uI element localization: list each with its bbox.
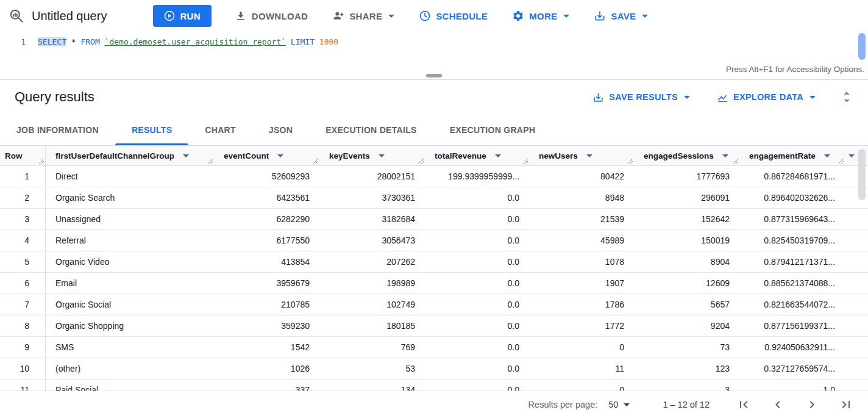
table-cell: 413854 — [214, 251, 319, 272]
column-resize-handle[interactable] — [207, 158, 213, 164]
share-button[interactable]: SHARE — [332, 5, 394, 27]
row-number-cell: 7 — [0, 294, 46, 315]
column-label: Row — [5, 151, 23, 160]
table-cell: 0.867284681971... — [739, 166, 845, 187]
first-page-button[interactable] — [736, 397, 751, 412]
query-magnifier-icon — [9, 8, 24, 24]
results-per-page-label: Results per page: — [528, 400, 598, 409]
column-label: newUsers — [539, 151, 578, 160]
table-cell: 0.924050632911... — [739, 337, 845, 358]
table-cell: 3730361 — [319, 187, 425, 208]
expand-results-button[interactable] — [840, 90, 853, 104]
column-header-partial[interactable] — [845, 146, 859, 165]
table-cell: 12609 — [634, 273, 739, 294]
arrow-drop-down-icon — [824, 154, 830, 157]
column-label: totalRevenue — [435, 151, 486, 160]
results-per-page-select[interactable]: 50 — [608, 400, 630, 409]
column-sort-dropdown[interactable] — [846, 153, 856, 159]
run-button[interactable]: RUN — [153, 5, 211, 27]
tab-json[interactable]: JSON — [252, 114, 309, 145]
column-resize-handle[interactable] — [313, 158, 319, 164]
table-cell: 0 — [529, 337, 634, 358]
arrow-drop-down-icon — [586, 154, 592, 157]
table-body: 1Direct5260929328002151199.9399959999...… — [0, 166, 868, 391]
row-number-cell: 5 — [0, 251, 46, 272]
save-icon — [594, 10, 606, 22]
column-resize-handle[interactable] — [38, 158, 44, 164]
column-resize-handle[interactable] — [522, 158, 528, 164]
table-cell: 0.0 — [425, 209, 529, 229]
schedule-button[interactable]: SCHEDULE — [419, 5, 488, 27]
column-sort-dropdown[interactable] — [180, 153, 190, 159]
table-cell: 0 — [529, 380, 634, 391]
chevron-down-icon — [388, 15, 394, 18]
column-resize-handle[interactable] — [418, 158, 424, 164]
next-page-button[interactable] — [805, 397, 819, 412]
column-header-row-number[interactable]: Row — [0, 146, 46, 165]
row-number-cell: 4 — [0, 230, 46, 251]
last-page-button[interactable] — [839, 397, 853, 412]
sql-table-reference-link[interactable]: `demo.demoset.user_acquisition_report` — [105, 37, 286, 46]
save-results-button[interactable]: SAVE RESULTS — [592, 92, 690, 103]
table-row: 1Direct5260929328002151199.9399959999...… — [0, 166, 868, 187]
column-resize-handle[interactable] — [733, 158, 739, 164]
explore-data-button[interactable]: EXPLORE DATA — [717, 92, 816, 103]
row-number-cell: 8 — [0, 315, 46, 336]
results-header: Query results SAVE RESULTS EXPLORE DATA — [0, 80, 868, 114]
arrow-drop-down-icon — [624, 403, 630, 406]
column-sort-dropdown[interactable] — [720, 153, 730, 159]
column-sort-dropdown[interactable] — [822, 153, 831, 159]
column-header-firstUserDefaultChannelGroup[interactable]: firstUserDefaultChannelGroup — [46, 146, 214, 165]
tab-execution-graph[interactable]: EXECUTION GRAPH — [433, 114, 552, 145]
column-sort-dropdown[interactable] — [376, 153, 386, 159]
results-actions: SAVE RESULTS EXPLORE DATA — [566, 90, 858, 104]
table-cell: 0.327127659574... — [739, 358, 845, 379]
column-header-engagementRate[interactable]: engagementRate — [739, 146, 845, 165]
save-button[interactable]: SAVE — [594, 5, 648, 27]
table-cell: 21539 — [529, 209, 634, 229]
unfold-more-icon — [840, 90, 853, 104]
explore-data-label: EXPLORE DATA — [733, 92, 803, 102]
more-button[interactable]: MORE — [512, 5, 569, 27]
table-cell: 152642 — [634, 209, 739, 229]
table-cell: (other) — [46, 358, 214, 379]
table-header-row: Row firstUserDefaultChannelGroup eventCo… — [0, 146, 868, 166]
download-button[interactable]: DOWNLOAD — [235, 5, 308, 27]
tab-job-information[interactable]: JOB INFORMATION — [0, 114, 115, 145]
table-row: 5Organic Video4138542072620.0107889040.8… — [0, 251, 868, 273]
query-title: Untitled query — [32, 9, 107, 23]
tab-chart[interactable]: CHART — [188, 114, 252, 145]
column-header-engagedSessions[interactable]: engagedSessions — [634, 146, 739, 165]
save-alt-icon — [592, 92, 604, 103]
accessibility-hint: Press Alt+F1 for Accessibility Options. — [726, 65, 864, 74]
column-sort-dropdown[interactable] — [493, 153, 502, 159]
table-vertical-scrollbar[interactable] — [858, 149, 866, 387]
panel-resize-handle[interactable] — [426, 74, 442, 77]
column-header-keyEvents[interactable]: keyEvents — [319, 146, 425, 165]
previous-page-button[interactable] — [770, 397, 785, 412]
sql-code-line[interactable]: SELECT * FROM `demo.demoset.user_acquisi… — [38, 36, 338, 48]
arrow-drop-down-icon — [183, 154, 189, 157]
table-cell: 73 — [634, 337, 739, 358]
column-header-newUsers[interactable]: newUsers — [529, 146, 634, 165]
results-per-page-value: 50 — [608, 400, 618, 409]
column-sort-dropdown[interactable] — [584, 153, 594, 159]
table-cell: 0.821663544072... — [739, 294, 845, 315]
column-resize-handle[interactable] — [838, 158, 844, 164]
table-cell: 769 — [319, 337, 425, 358]
tab-results[interactable]: RESULTS — [115, 114, 188, 145]
column-header-eventCount[interactable]: eventCount — [214, 146, 319, 165]
table-cell: 53 — [319, 358, 425, 379]
table-cell: 3 — [634, 380, 739, 391]
table-cell: Direct — [46, 166, 214, 187]
table-cell: 8948 — [529, 187, 634, 208]
editor-scrollbar[interactable] — [858, 33, 866, 60]
column-header-totalRevenue[interactable]: totalRevenue — [425, 146, 529, 165]
row-number-cell: 2 — [0, 187, 46, 208]
table-cell: 1078 — [529, 251, 634, 272]
tab-execution-details[interactable]: EXECUTION DETAILS — [309, 114, 433, 145]
column-resize-handle[interactable] — [627, 158, 633, 164]
scrollbar-thumb[interactable] — [858, 149, 866, 200]
column-sort-dropdown[interactable] — [275, 153, 285, 159]
sql-editor[interactable]: 1 SELECT * FROM `demo.demoset.user_acqui… — [0, 32, 868, 80]
